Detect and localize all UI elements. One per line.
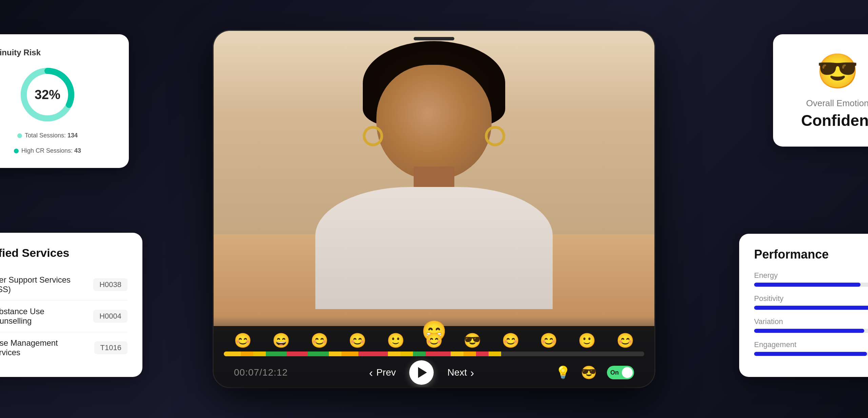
emotion-value: Confident	[788, 111, 868, 130]
service-code-cms: T1016	[94, 341, 127, 354]
timeline-emoji-8: 😊	[502, 332, 519, 349]
perf-bar-fill-energy	[754, 283, 861, 287]
perf-bar-bg-energy	[754, 283, 868, 287]
prev-label: Prev	[376, 367, 396, 378]
donut-percentage: 32%	[35, 88, 60, 102]
nav-controls: Prev Next	[369, 360, 474, 385]
next-label: Next	[447, 367, 467, 378]
timeline-emoji-4: 😊	[349, 332, 366, 349]
perf-label-variation: Variation	[754, 317, 783, 326]
service-code-pss: H0038	[93, 278, 127, 291]
timeline-emoji-6: 😊	[425, 332, 443, 349]
identified-services-card: Identified Services 🗂 Peer Support Servi…	[0, 233, 142, 377]
chevron-left-icon	[369, 366, 373, 379]
service-item-suc: 🗂 Substance Use Counselling H0004	[0, 301, 127, 332]
legend-high-cr-label: High CR Sessions: 43	[21, 147, 81, 154]
perf-item-engagement: Engagement 85%	[754, 340, 868, 356]
emotion-label: Overall Emotion	[788, 98, 868, 109]
next-button[interactable]: Next	[447, 366, 474, 379]
perf-item-energy: Energy 80%	[754, 271, 868, 287]
timeline-emoji-9: 😊	[540, 332, 557, 349]
chevron-right-icon	[470, 366, 474, 379]
bulb-icon[interactable]: 💡	[555, 365, 571, 380]
progress-segments	[224, 352, 644, 356]
perf-header-positivity: Positivity 93%	[754, 294, 868, 303]
tablet-inner: 😊 😄 😁 😊 😊 🙂 😊 😎 😊 😊 🙂 😊	[214, 31, 654, 387]
time-display: 00:07/12:12	[234, 367, 288, 378]
toggle-on-button[interactable]: On	[607, 366, 634, 379]
service-name-suc: Substance Use Counselling	[0, 307, 86, 326]
legend-dot-total	[17, 133, 22, 138]
toggle-knob	[622, 367, 633, 378]
perf-bar-fill-positivity	[754, 306, 868, 310]
legend-dot-high-cr	[14, 149, 19, 153]
timeline-emoji-2: 😄	[272, 332, 290, 349]
timeline-emoji-3: 😊	[311, 332, 328, 349]
service-name-cms: Case Management Services	[0, 338, 87, 357]
service-item-cms: 🗂 Case Management Services T1016	[0, 332, 127, 363]
progress-track[interactable]	[224, 352, 644, 356]
scene: 😊 😄 😁 😊 😊 🙂 😊 😎 😊 😊 🙂 😊	[61, 14, 807, 404]
perf-label-energy: Energy	[754, 271, 778, 280]
services-title: Identified Services	[0, 246, 127, 260]
legend-total-label: Total Sessions: 134	[25, 132, 78, 139]
perf-item-variation: Variation 83%	[754, 317, 868, 333]
emotion-avatar-small: 😎	[581, 365, 597, 380]
service-name-pss: Peer Support Services (PSS)	[0, 275, 86, 294]
perf-item-positivity: Positivity 93%	[754, 294, 868, 310]
right-controls: 💡 😎 On	[555, 365, 634, 380]
donut-legend: Total Sessions: 134 High CR Sessions: 43	[0, 132, 114, 154]
perf-bar-bg-engagement	[754, 352, 868, 356]
controls-bar: 😊 😄 😁 😊 😊 🙂 😊 😎 😊 😊 🙂 😊	[214, 326, 654, 387]
perf-bar-fill-variation	[754, 329, 864, 333]
perf-header-variation: Variation 83%	[754, 317, 868, 326]
perf-bar-bg-positivity	[754, 306, 868, 310]
service-item-pss: 🗂 Peer Support Services (PSS) H0038	[0, 269, 127, 301]
emotion-big-icon: 😎	[788, 51, 868, 91]
performance-title: Performance	[754, 247, 868, 262]
legend-total: Total Sessions: 134	[17, 132, 78, 139]
prev-button[interactable]: Prev	[369, 366, 396, 379]
timeline-emoji-10: 🙂	[578, 332, 596, 349]
perf-header-engagement: Engagement 85%	[754, 340, 868, 349]
continuity-risk-card: Continuity Risk 32% Total Sessions: 134	[0, 34, 129, 168]
perf-bar-fill-engagement	[754, 352, 867, 356]
emotion-timeline: 😊 😄 😁 😊 😊 🙂 😊 😎 😊 😊 🙂 😊	[214, 326, 654, 349]
perf-label-positivity: Positivity	[754, 294, 784, 303]
service-code-suc: H0004	[93, 310, 127, 323]
donut-container: 32%	[0, 64, 114, 125]
play-button[interactable]	[409, 360, 434, 385]
perf-bar-bg-variation	[754, 329, 868, 333]
legend-high-cr: High CR Sessions: 43	[14, 147, 81, 154]
toggle-label: On	[610, 369, 619, 376]
timeline-emoji-5: 🙂	[387, 332, 405, 349]
total-time: 12:12	[262, 367, 288, 378]
continuity-risk-title: Continuity Risk	[0, 48, 114, 57]
current-time: 00:07	[234, 367, 259, 378]
controls-row: 00:07/12:12 Prev Next	[214, 356, 654, 387]
tablet-device: 😊 😄 😁 😊 😊 🙂 😊 😎 😊 😊 🙂 😊	[214, 31, 654, 387]
perf-label-engagement: Engagement	[754, 340, 796, 349]
timeline-emoji-11: 😊	[616, 332, 634, 349]
donut-chart: 32%	[17, 64, 78, 125]
time-separator: /	[259, 367, 262, 378]
camera-notch	[414, 37, 454, 40]
performance-card: Performance Energy 80% Positivity 93% Va…	[739, 234, 868, 377]
timeline-emoji-1: 😊	[234, 332, 252, 349]
timeline-emoji-7: 😎	[463, 332, 481, 349]
overall-emotion-card: 😎 Overall Emotion Confident	[773, 34, 868, 147]
perf-header-energy: Energy 80%	[754, 271, 868, 280]
